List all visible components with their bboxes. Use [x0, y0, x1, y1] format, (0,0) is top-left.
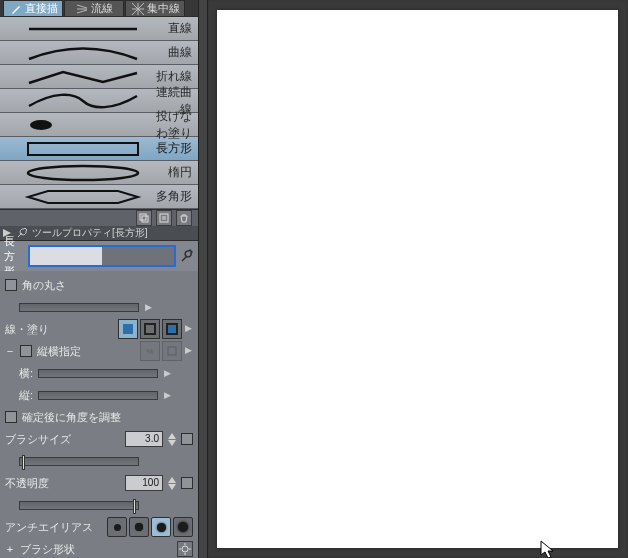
opacity-stepper[interactable] [168, 477, 176, 490]
row-opacity-slider [5, 494, 193, 516]
shape-label: 楕円 [145, 164, 192, 181]
tool-property-header: ツールプロパティ[長方形] [0, 226, 198, 241]
svg-rect-13 [28, 143, 138, 155]
wrench-options-icon[interactable] [180, 248, 194, 264]
opacity-slider[interactable] [19, 501, 139, 510]
row-line-fill: 線・塗り ▶ [5, 318, 193, 340]
opacity-field[interactable]: 100 [125, 475, 163, 491]
shape-label: 直線 [145, 20, 192, 37]
row-aspect-h: 縦: ▶ [5, 384, 193, 406]
aspect-h-more-button[interactable]: ▶ [163, 386, 172, 404]
shape-label: 折れ線 [145, 68, 192, 85]
row-antialias: アンチエイリアス [5, 516, 193, 538]
angle-after-checkbox[interactable] [5, 411, 17, 423]
shape-list: 直線 曲線 折れ線 連続曲線 投げなわ塗り 長方形 楕円 多角形 [0, 16, 198, 209]
lasso-preview-icon [20, 115, 145, 135]
brush-size-field[interactable]: 3.0 [125, 431, 163, 447]
antialias-label: アンチエイリアス [5, 520, 93, 535]
swatch-fg [30, 247, 102, 265]
line-fill-label: 線・塗り [5, 322, 49, 337]
tab-direct-draw[interactable]: 直接描 [3, 0, 63, 16]
shape-label: 投げなわ塗り [145, 108, 192, 142]
svg-line-2 [77, 10, 87, 13]
aspect-checkbox[interactable] [20, 345, 32, 357]
shape-line[interactable]: 直線 [0, 17, 198, 41]
row-corner-radius: 角の丸さ [5, 274, 193, 296]
row-corner-slider: ▶ [5, 296, 193, 318]
aa-strong[interactable] [173, 517, 193, 537]
shape-lasso-fill[interactable]: 投げなわ塗り [0, 113, 198, 137]
corner-radius-label: 角の丸さ [22, 278, 66, 293]
aspect-more-button[interactable]: ▶ [184, 341, 193, 359]
row-aspect: − 縦横指定 % ▶ [5, 340, 193, 362]
tab-focus-lines[interactable]: 集中線 [125, 0, 185, 16]
svg-line-4 [138, 3, 144, 9]
shape-ellipse[interactable]: 楕円 [0, 161, 198, 185]
corner-radius-more-button[interactable]: ▶ [144, 298, 153, 316]
brush-size-slider[interactable] [19, 457, 139, 466]
brush-size-stepper[interactable] [168, 433, 176, 446]
fill-mode-line-and-fill[interactable] [162, 319, 182, 339]
svg-rect-26 [168, 347, 176, 355]
canvas-viewport [209, 2, 626, 556]
shape-label: 長方形 [145, 140, 192, 157]
aspect-expander[interactable]: − [5, 345, 15, 357]
brush-shape-settings-button[interactable] [177, 541, 193, 557]
tab-stream-lines[interactable]: 流線 [64, 0, 124, 16]
color-swatch[interactable] [28, 245, 176, 267]
svg-line-3 [132, 3, 138, 9]
shape-curve[interactable]: 曲線 [0, 41, 198, 65]
subtool-menu-button[interactable] [156, 210, 172, 226]
subtool-tabs: 直接描 流線 集中線 [0, 0, 198, 16]
shape-label: 多角形 [145, 188, 192, 205]
shape-rectangle[interactable]: 長方形 [0, 137, 198, 161]
row-angle-after: 確定後に角度を調整 [5, 406, 193, 428]
svg-rect-24 [167, 324, 177, 334]
row-brush-size: ブラシサイズ 3.0 [5, 428, 193, 450]
svg-rect-16 [140, 214, 146, 220]
aspect-h-slider[interactable] [38, 391, 158, 400]
contcurve-preview-icon [20, 91, 145, 111]
aa-weak[interactable] [129, 517, 149, 537]
brush-shape-expander[interactable]: + [5, 543, 15, 555]
svg-point-12 [30, 120, 52, 130]
canvas[interactable] [217, 10, 618, 548]
aspect-mode-fixed[interactable] [162, 341, 182, 361]
svg-text:%: % [146, 347, 153, 356]
tab-label: 流線 [91, 1, 113, 16]
svg-point-14 [28, 166, 138, 180]
fill-mode-line-only[interactable] [140, 319, 160, 339]
aspect-w-more-button[interactable]: ▶ [163, 364, 172, 382]
brush-shape-label: ブラシ形状 [20, 542, 75, 557]
fill-mode-fill-only[interactable] [118, 319, 138, 339]
ellipse-preview-icon [20, 163, 145, 183]
tab-label: 直接描 [25, 1, 58, 16]
aa-none[interactable] [107, 517, 127, 537]
tool-property-title: ツールプロパティ[長方形] [32, 226, 148, 240]
line-fill-more-button[interactable]: ▶ [184, 319, 193, 337]
svg-rect-23 [145, 324, 155, 334]
line-preview-icon [20, 19, 145, 39]
pencil-icon [9, 2, 23, 16]
tool-panel: 直接描 流線 集中線 直線 曲線 折れ線 連続曲線 投げなわ塗り [0, 0, 198, 558]
svg-point-27 [182, 546, 188, 552]
svg-marker-15 [28, 191, 138, 203]
aa-medium[interactable] [151, 517, 171, 537]
delete-subtool-button[interactable] [176, 210, 192, 226]
opacity-dynamics-toggle[interactable] [181, 477, 193, 489]
corner-radius-checkbox[interactable] [5, 279, 17, 291]
duplicate-subtool-button[interactable] [136, 210, 152, 226]
panel-resize-handle[interactable] [198, 0, 208, 558]
corner-radius-slider[interactable] [19, 303, 139, 312]
burst-icon [131, 2, 145, 16]
aspect-mode-ratio[interactable]: % [140, 341, 160, 361]
shape-polygon[interactable]: 多角形 [0, 185, 198, 209]
aspect-w-slider[interactable] [38, 369, 158, 378]
svg-rect-17 [142, 216, 148, 222]
properties-panel: 角の丸さ ▶ 線・塗り ▶ − 縦横指定 % ▶ 横 [0, 271, 198, 558]
brush-size-dynamics-toggle[interactable] [181, 433, 193, 445]
shape-label: 曲線 [145, 44, 192, 61]
row-brush-size-slider [5, 450, 193, 472]
svg-line-6 [138, 9, 144, 15]
stream-icon [75, 2, 89, 16]
